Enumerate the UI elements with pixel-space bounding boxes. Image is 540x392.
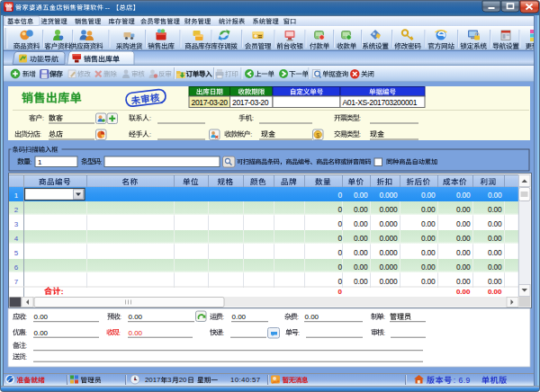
svg-text:0.00: 0.00 — [456, 248, 471, 257]
svg-text::: : — [252, 115, 254, 121]
svg-text:0.00: 0.00 — [488, 219, 502, 228]
svg-text:0: 0 — [338, 263, 343, 272]
svg-text:4: 4 — [14, 235, 19, 243]
svg-text:0.00: 0.00 — [129, 313, 143, 321]
svg-text:0.00: 0.00 — [421, 234, 436, 243]
svg-text:$: $ — [316, 132, 320, 138]
svg-text::: : — [250, 131, 252, 138]
svg-text:0.00: 0.00 — [488, 191, 502, 200]
svg-text:0: 0 — [338, 219, 343, 228]
svg-text:0.00: 0.00 — [354, 205, 368, 214]
svg-text:0: 0 — [338, 277, 343, 286]
svg-text:0.00: 0.00 — [34, 329, 49, 337]
svg-text:0.00: 0.00 — [488, 248, 502, 257]
svg-text::: : — [25, 354, 27, 361]
svg-text:0: 0 — [338, 191, 343, 200]
svg-text::: : — [359, 115, 361, 121]
svg-text:0.00: 0.00 — [129, 329, 143, 337]
svg-text:0.00: 0.00 — [232, 313, 247, 321]
svg-text:0.000: 0.000 — [380, 219, 399, 228]
svg-text:0.000: 0.000 — [380, 248, 399, 257]
svg-text::: : — [222, 314, 224, 320]
svg-text::: : — [25, 314, 27, 320]
svg-text::: : — [61, 288, 63, 296]
svg-text:0.00: 0.00 — [421, 219, 436, 228]
svg-text:0.00: 0.00 — [488, 277, 502, 286]
svg-text:3: 3 — [167, 376, 171, 384]
svg-text:0.00: 0.00 — [488, 234, 502, 243]
svg-text:0: 0 — [338, 288, 343, 296]
svg-text:0.00: 0.00 — [488, 288, 502, 296]
svg-text:0.00: 0.00 — [421, 205, 436, 214]
svg-text:0: 0 — [338, 205, 343, 214]
svg-text:6: 6 — [14, 263, 19, 272]
svg-text:0.000: 0.000 — [380, 205, 399, 214]
svg-text::: : — [383, 314, 385, 320]
svg-text::: : — [120, 314, 122, 320]
svg-text::: : — [101, 159, 103, 165]
svg-text:10:40:57: 10:40:57 — [230, 376, 261, 384]
svg-text:0.00: 0.00 — [456, 234, 471, 243]
svg-text:0.00: 0.00 — [354, 263, 368, 272]
svg-text:--: -- — [105, 4, 111, 12]
svg-text:0.00: 0.00 — [354, 191, 368, 200]
svg-text:7: 7 — [14, 278, 19, 286]
svg-text::: : — [40, 131, 41, 138]
svg-text::: : — [25, 343, 27, 349]
svg-text::: : — [149, 115, 151, 121]
svg-text:3: 3 — [14, 220, 19, 228]
svg-text:0: 0 — [338, 248, 343, 257]
svg-text::: : — [30, 159, 32, 165]
svg-text::: : — [222, 330, 224, 336]
svg-text:0.000: 0.000 — [380, 234, 399, 243]
svg-text:0.00: 0.00 — [456, 205, 471, 214]
svg-text:0: 0 — [338, 234, 343, 243]
svg-text:0.00: 0.00 — [354, 234, 368, 243]
svg-text:2017-03-20: 2017-03-20 — [232, 98, 269, 107]
svg-text:A01-XS-201703200001: A01-XS-201703200001 — [343, 98, 418, 107]
svg-text::: : — [298, 330, 300, 336]
svg-text:0.000: 0.000 — [380, 277, 399, 286]
svg-text::: : — [149, 131, 151, 138]
svg-text:0.00: 0.00 — [456, 263, 471, 272]
svg-text:0.00: 0.00 — [456, 219, 471, 228]
svg-text:2017-03-20: 2017-03-20 — [192, 98, 229, 107]
svg-text:0.00: 0.00 — [305, 313, 320, 321]
svg-text::: : — [119, 330, 121, 336]
svg-text:0.00: 0.00 — [421, 248, 436, 257]
svg-text::: : — [297, 314, 299, 320]
svg-text::: : — [42, 115, 44, 121]
svg-text:0.00: 0.00 — [354, 248, 368, 257]
svg-text:0.00: 0.00 — [354, 277, 368, 286]
svg-text:0.00: 0.00 — [354, 219, 368, 228]
svg-text:1: 1 — [14, 192, 19, 200]
svg-text:2: 2 — [14, 206, 19, 214]
svg-text:0.00: 0.00 — [456, 277, 471, 286]
svg-text:0.00: 0.00 — [421, 191, 436, 200]
svg-text:0.00: 0.00 — [421, 277, 436, 286]
svg-text:5: 5 — [14, 249, 19, 257]
svg-text:: 6.9: : 6.9 — [454, 376, 471, 385]
svg-text:0.00: 0.00 — [488, 205, 502, 214]
svg-text:0.00: 0.00 — [34, 313, 49, 321]
svg-text:0.00: 0.00 — [488, 263, 502, 272]
svg-text:0.00: 0.00 — [456, 191, 471, 200]
svg-text:2017: 2017 — [145, 376, 160, 384]
svg-text::: : — [25, 330, 27, 336]
svg-text:0.00: 0.00 — [421, 263, 436, 272]
svg-text:0.00: 0.00 — [456, 288, 471, 296]
svg-text:1: 1 — [38, 158, 42, 166]
svg-text::: : — [359, 131, 361, 138]
svg-text::: : — [383, 330, 385, 336]
svg-text:0.000: 0.000 — [380, 191, 399, 200]
svg-text:20: 20 — [179, 376, 187, 384]
svg-text:0.000: 0.000 — [380, 263, 399, 272]
